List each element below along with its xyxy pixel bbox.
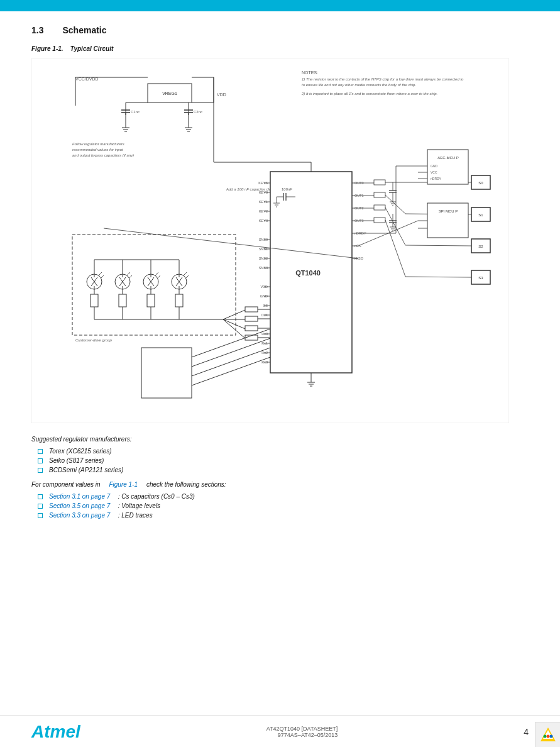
doc-info: AT42QT1040 [DATASHEET] 9774AS–AT42–05/20… <box>266 726 338 738</box>
figure-link[interactable]: Figure 1-1 <box>109 481 138 488</box>
svg-text:2) It is important to place al: 2) It is important to place all 1's and … <box>301 92 437 96</box>
svg-text:SPI MCU P: SPI MCU P <box>439 209 458 213</box>
svg-text:C1nc: C1nc <box>131 110 140 114</box>
svg-text:recommended values for input: recommended values for input <box>72 148 123 152</box>
list-item-torex: Torex (XC6215 series) <box>38 448 529 455</box>
svg-rect-95 <box>245 326 258 331</box>
list-item-seiko: Seiko (S817 series) <box>38 457 529 464</box>
figure-caption: Figure 1-1. Typical Circuit <box>31 45 529 52</box>
manufacturer-list: Torex (XC6215 series) Seiko (S817 series… <box>38 448 529 473</box>
svg-text:to ensure life and not any oth: to ensure life and not any other media c… <box>302 83 416 87</box>
schematic-diagram: NOTES: 1) The resistor next to the conta… <box>31 58 509 423</box>
component-suffix: check the following sections: <box>146 481 226 488</box>
section-link-item-1: Section 3.1 on page 7 : Cs capacitors (C… <box>38 493 529 500</box>
doc-title: AT42QT1040 [DATASHEET] <box>266 726 338 732</box>
component-values-line: For component values in Figure 1-1 check… <box>31 481 529 488</box>
section-link-1[interactable]: Section 3.1 on page 7 <box>49 493 110 500</box>
bullet-icon-2 <box>38 458 43 463</box>
svg-text:Customer-drive group: Customer-drive group <box>75 338 113 342</box>
section-desc-2: : Voltage levels <box>118 502 160 509</box>
svg-rect-67 <box>91 294 98 307</box>
svg-rect-70 <box>119 294 126 307</box>
svg-rect-190 <box>374 218 385 223</box>
main-content: 1.3 Schematic Figure 1-1. Typical Circui… <box>31 25 529 521</box>
section-number: 1.3 <box>31 25 43 35</box>
section-link-2[interactable]: Section 3.5 on page 7 <box>49 502 110 509</box>
svg-text:C2nc: C2nc <box>194 110 202 114</box>
section-desc-1: : Cs capacitors (Cs0 – Cs3) <box>118 493 195 500</box>
page-number: 4 <box>524 727 529 737</box>
svg-text:100nF: 100nF <box>282 187 292 191</box>
bullet-icon-s3 <box>38 513 43 518</box>
footer: Atmel AT42QT1040 [DATASHEET] 9774AS–AT42… <box>0 716 560 747</box>
doc-ref: 9774AS–AT42–05/2013 <box>266 732 338 738</box>
section-title: Schematic <box>62 25 106 35</box>
schematic-svg: NOTES: 1) The resistor next to the conta… <box>31 58 509 423</box>
list-item-bcdsemi: BCDSemi (AP2121 series) <box>38 467 529 473</box>
section-link-3[interactable]: Section 3.3 on page 7 <box>49 512 110 519</box>
svg-text:VREG1: VREG1 <box>162 91 177 96</box>
bullet-icon-1 <box>38 449 43 454</box>
section-link-item-3: Section 3.3 on page 7 : LED traces <box>38 512 529 519</box>
figure-title: Typical Circuit <box>70 45 114 52</box>
figure-label: Figure 1-1. <box>31 45 63 52</box>
atmel-logo: Atmel <box>31 722 80 742</box>
svg-point-231 <box>546 734 549 738</box>
svg-text:NOTES:: NOTES: <box>302 70 318 75</box>
svg-text:VCC: VCC <box>431 170 437 174</box>
svg-text:and output bypass capacitors (: and output bypass capacitors (if any) <box>72 153 134 157</box>
svg-rect-93 <box>245 307 258 312</box>
section-desc-3: : LED traces <box>118 512 153 519</box>
component-prefix: For component values in <box>31 481 101 488</box>
section-header: 1.3 Schematic <box>31 25 529 35</box>
svg-point-233 <box>549 734 552 738</box>
svg-text:Follow regulator manufacturers: Follow regulator manufacturers <box>72 142 124 146</box>
top-bar <box>0 0 560 11</box>
manufacturer-2: Seiko (S817 series) <box>49 457 104 464</box>
svg-rect-76 <box>175 294 183 307</box>
svg-rect-94 <box>245 316 258 321</box>
bullet-icon-3 <box>38 468 43 473</box>
section-links-list: Section 3.1 on page 7 : Cs capacitors (C… <box>38 493 529 519</box>
svg-text:VDD: VDD <box>217 92 226 97</box>
svg-point-232 <box>543 734 546 738</box>
svg-text:nDRDY: nDRDY <box>431 177 442 180</box>
corner-icon-svg <box>539 726 557 744</box>
svg-text:AEC-MCU P: AEC-MCU P <box>437 156 459 160</box>
svg-rect-206 <box>427 203 468 238</box>
manufacturer-3: BCDSemi (AP2121 series) <box>49 467 123 473</box>
svg-text:S3: S3 <box>478 276 483 280</box>
svg-text:GND: GND <box>431 164 438 168</box>
svg-text:S2: S2 <box>478 245 483 248</box>
below-diagram: Suggested regulator manufacturers: Torex… <box>31 436 529 519</box>
svg-rect-157 <box>374 180 385 185</box>
svg-text:S0: S0 <box>478 181 483 185</box>
svg-text:S1: S1 <box>478 213 483 217</box>
svg-rect-73 <box>147 294 155 307</box>
svg-text:1) The resistor next to the co: 1) The resistor next to the contacts of … <box>302 77 464 81</box>
svg-text:QT1040: QT1040 <box>295 269 321 277</box>
suggested-intro: Suggested regulator manufacturers: <box>31 436 529 443</box>
bullet-icon-s2 <box>38 504 43 509</box>
corner-icon[interactable] <box>535 722 560 747</box>
svg-rect-171 <box>374 192 385 197</box>
manufacturer-1: Torex (XC6215 series) <box>49 448 112 455</box>
svg-rect-184 <box>374 205 385 210</box>
bullet-icon-s1 <box>38 494 43 499</box>
svg-rect-101 <box>141 348 192 398</box>
section-link-item-2: Section 3.5 on page 7 : Voltage levels <box>38 502 529 509</box>
